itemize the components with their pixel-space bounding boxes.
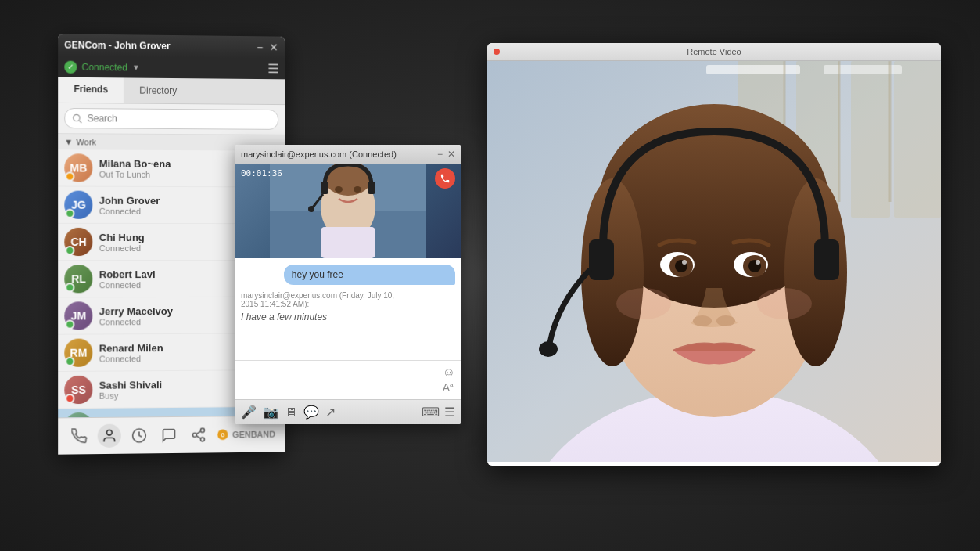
chat-window: marysinclair@experius.com (Connected) − … [235,145,461,424]
search-bar [58,103,285,135]
share-icon[interactable] [187,423,210,447]
group-collapse-icon[interactable]: ▼ [64,137,73,146]
svg-point-4 [201,438,205,441]
svg-rect-26 [706,65,800,74]
status-dropdown-arrow[interactable]: ▼ [132,63,140,71]
genband-text: GENBAND [232,430,275,440]
svg-point-51 [539,341,558,357]
avatar-container-ss: SS [64,376,92,404]
svg-rect-49 [589,239,614,280]
toolbar-icons: 🎤 📷 🖥 💬 ↗ [241,405,336,420]
status-dot-mb [65,171,74,181]
screen-share-icon[interactable]: 🖥 [285,405,297,420]
chat-input-icons: ☺ Aa [443,366,455,394]
avatar-container-rl: RL [64,265,92,293]
share2-icon[interactable]: ↗ [325,405,336,420]
chat-minimize-icon[interactable]: − [437,149,443,160]
menu-icon[interactable]: ☰ [444,405,455,420]
end-call-button[interactable] [435,168,455,189]
call-timer: 00:01:36 [241,168,282,178]
svg-point-18 [308,206,314,212]
minimize-icon[interactable]: − [257,41,263,53]
svg-point-20 [354,186,361,193]
svg-rect-24 [851,61,890,218]
microphone-icon[interactable]: 🎤 [241,405,257,420]
svg-point-46 [716,315,735,326]
remote-video-svg [487,61,941,462]
svg-rect-15 [321,182,328,194]
svg-point-44 [756,260,760,265]
avatar-container-mb: MB [64,153,92,182]
svg-point-19 [335,186,343,193]
svg-point-45 [693,315,712,326]
svg-point-2 [201,428,205,432]
video-preview-svg [270,164,426,258]
svg-point-0 [107,430,113,435]
chat-title: marysinclair@experius.com (Connected) [241,149,397,159]
svg-rect-25 [894,61,941,218]
group-label: Work [76,137,96,146]
tab-friends[interactable]: Friends [58,77,124,103]
genband-logo: G GENBAND [217,428,275,441]
svg-point-43 [682,260,687,265]
svg-point-3 [193,433,197,437]
emoji-icon[interactable]: ☺ [443,366,455,380]
chat-icon[interactable] [157,423,181,447]
tab-directory[interactable]: Directory [124,77,192,103]
chat-controls: − ✕ [437,149,455,160]
svg-rect-14 [321,227,375,258]
svg-line-5 [196,436,201,438]
chat-toolbar: 🎤 📷 🖥 💬 ↗ ⌨ ☰ [235,399,461,424]
remote-video-content [487,61,941,462]
avatar-container-rm: RM [64,339,92,367]
chat-messages: hey you free marysinclair@experius.com (… [235,258,461,360]
status-dot-ss [65,394,74,403]
svg-rect-50 [814,239,839,280]
status-dot-jm [65,320,74,330]
chat-close-icon[interactable]: ✕ [447,149,455,160]
status-bar: Connected ▼ ☰ [58,56,285,79]
person-icon[interactable] [98,424,121,448]
svg-rect-16 [368,182,375,194]
status-dot-ch [65,246,74,255]
status-dot-rm [65,357,74,366]
video-icon[interactable]: 📷 [263,405,278,420]
remote-video-dot [494,49,500,55]
svg-point-47 [616,288,671,319]
message-icon[interactable]: 💬 [303,405,319,420]
message-incoming: marysinclair@experius.com (Friday, July … [241,291,455,322]
clock-icon[interactable] [127,423,151,447]
window-titlebar: GENCom - John Grover − ✕ [58,34,285,58]
hamburger-menu-icon[interactable]: ☰ [267,61,278,76]
message-outgoing-text: hey you free [292,269,343,280]
remote-video-window: Remote Video [487,43,941,466]
keypad-icon[interactable]: ⌨ [422,405,440,420]
message-received-text: I have a few minutes [241,312,455,322]
remote-video-title: Remote Video [687,47,741,56]
svg-line-6 [196,431,201,434]
video-preview-inner [235,164,461,258]
avatar-ms: MS [64,412,92,417]
avatar-container-ms: MS [64,412,92,417]
remote-video-titlebar: Remote Video [487,43,941,61]
avatar-container-ch: CH [64,228,92,256]
message-sender: marysinclair@experius.com (Friday, July … [241,291,455,308]
close-icon[interactable]: ✕ [269,41,278,53]
avatar-container-jm: JM [64,301,92,330]
font-icon[interactable]: Aa [443,381,455,394]
phone-icon[interactable] [67,424,91,448]
avatar-container-jg: JG [64,191,92,219]
search-input[interactable] [64,108,278,130]
tabs-row: Friends Directory [58,77,285,105]
video-preview: 00:01:36 [235,164,461,258]
message-outgoing: hey you free [284,265,455,285]
connection-status: Connected [81,61,127,73]
svg-point-48 [757,288,812,319]
chat-input-area[interactable]: ☺ Aa [235,360,461,399]
chat-titlebar: marysinclair@experius.com (Connected) − … [235,145,461,164]
toolbar-right: ⌨ ☰ [422,405,455,420]
status-dot-rl [65,283,74,292]
status-dot-jg [65,209,74,218]
connected-icon [64,60,77,73]
svg-text:G: G [221,432,225,438]
